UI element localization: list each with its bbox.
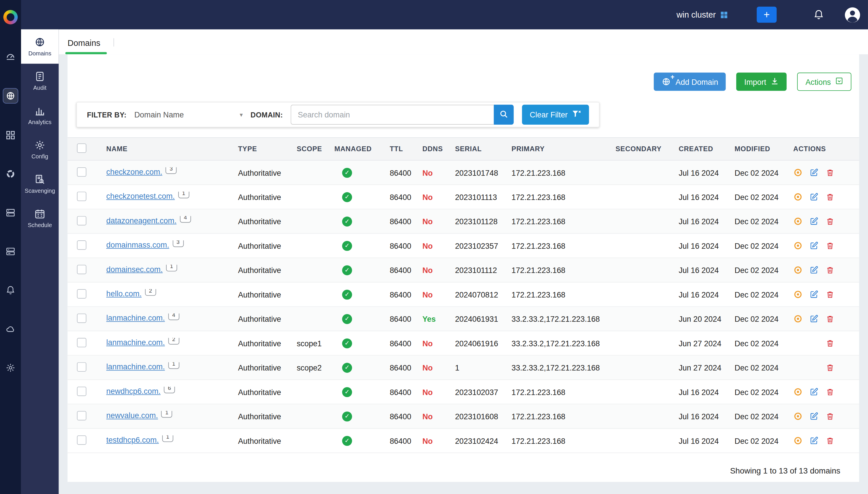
dns-module-icon[interactable] (3, 88, 18, 103)
row-checkbox[interactable] (77, 216, 86, 225)
domain-link[interactable]: datazoneagent.com. (106, 216, 177, 225)
disable-icon[interactable] (793, 192, 802, 202)
user-avatar[interactable] (844, 6, 861, 23)
serial-cell: 1 (449, 363, 505, 372)
sidebar-item-analytics[interactable]: Analytics (21, 98, 59, 132)
row-checkbox[interactable] (77, 240, 86, 250)
pagination-summary: Showing 1 to 13 of 13 domains (67, 466, 840, 475)
col-ttl: TTL (383, 145, 416, 153)
domain-link[interactable]: newvalue.com. (106, 411, 158, 420)
edit-icon[interactable] (809, 217, 818, 226)
action-placeholder (809, 363, 818, 372)
row-checkbox[interactable] (77, 265, 86, 274)
disable-icon[interactable] (793, 241, 802, 250)
delete-icon[interactable] (825, 314, 834, 323)
dashboard-gauge-icon[interactable] (3, 49, 18, 64)
table-row: lanmachine.com.1Authoritativescope2✓8640… (67, 356, 859, 380)
delete-icon[interactable] (825, 241, 834, 250)
domain-link[interactable]: testdhcp6.com. (106, 435, 159, 444)
disable-icon[interactable] (793, 168, 802, 177)
notifications-bell-icon[interactable] (813, 9, 824, 20)
row-checkbox[interactable] (77, 191, 86, 201)
edit-icon[interactable] (809, 168, 818, 177)
edit-icon[interactable] (809, 387, 818, 397)
edit-icon[interactable] (809, 265, 818, 274)
search-button[interactable] (494, 105, 514, 125)
managed-check-icon: ✓ (342, 363, 352, 373)
edit-icon[interactable] (809, 314, 818, 323)
row-checkbox[interactable] (77, 289, 86, 298)
sidebar-item-domains[interactable]: Domains (21, 30, 59, 64)
clear-filter-button[interactable]: Clear Filter (522, 105, 589, 125)
delete-icon[interactable] (825, 363, 834, 372)
sidebar-item-audit[interactable]: Audit (21, 64, 59, 98)
disable-icon[interactable] (793, 290, 802, 299)
content: + Add Domain Import Actions (59, 54, 868, 494)
record-count-badge: 3 (165, 167, 177, 174)
filter-by-select[interactable]: Domain Name ▾ (134, 110, 243, 119)
edit-icon[interactable] (809, 192, 818, 202)
row-checkbox[interactable] (77, 435, 86, 445)
delete-icon[interactable] (825, 339, 834, 348)
disable-icon[interactable] (793, 314, 802, 323)
sidebar-item-scavenging[interactable]: Scavenging (21, 167, 59, 201)
modified-cell: Dec 02 2024 (728, 217, 786, 226)
row-checkbox[interactable] (77, 314, 86, 323)
disable-icon[interactable] (793, 387, 802, 397)
notifications-bell-icon[interactable] (3, 283, 18, 298)
domain-link[interactable]: checkzonetest.com. (106, 192, 175, 201)
add-domain-button[interactable]: + Add Domain (654, 72, 726, 91)
analytics-donut-icon[interactable] (3, 167, 18, 181)
domain-link[interactable]: lanmachine.com. (106, 338, 165, 347)
delete-icon[interactable] (825, 412, 834, 421)
disable-icon[interactable] (793, 217, 802, 226)
tab-domains[interactable]: Domains (67, 38, 111, 54)
cloud-icon[interactable] (3, 322, 18, 336)
row-checkbox[interactable] (77, 167, 86, 176)
type-cell: Authoritative (231, 192, 290, 202)
delete-icon[interactable] (825, 192, 834, 202)
domain-link[interactable]: domainmass.com. (106, 240, 169, 249)
import-button[interactable]: Import (736, 72, 787, 91)
rail-icons (3, 49, 18, 476)
edit-icon[interactable] (809, 241, 818, 250)
quick-add-button[interactable]: + (757, 7, 776, 23)
domain-link[interactable]: newdhcp6.com. (106, 387, 161, 396)
domain-link[interactable]: domainsec.com. (106, 265, 163, 274)
delete-icon[interactable] (825, 265, 834, 274)
row-checkbox[interactable] (77, 362, 86, 372)
edit-icon[interactable] (809, 412, 818, 421)
table-row: newvalue.com.1Authoritative✓86400No20231… (67, 404, 859, 429)
managed-check-icon: ✓ (342, 387, 352, 397)
actions-button[interactable]: Actions (797, 72, 851, 91)
edit-icon[interactable] (809, 290, 818, 299)
ddns-cell: No (416, 339, 449, 348)
delete-icon[interactable] (825, 217, 834, 226)
sidebar-item-config[interactable]: Config (21, 132, 59, 167)
edit-icon[interactable] (809, 436, 818, 445)
settings-tools-icon[interactable] (3, 361, 18, 375)
server-export-icon[interactable] (3, 206, 18, 220)
disable-icon[interactable] (793, 412, 802, 421)
select-all-checkbox[interactable] (77, 144, 86, 153)
row-checkbox[interactable] (77, 411, 86, 420)
disable-icon[interactable] (793, 265, 802, 274)
sidebar-item-schedule[interactable]: Schedule (21, 201, 59, 235)
modules-grid-icon[interactable] (3, 128, 18, 142)
delete-icon[interactable] (825, 168, 834, 177)
search-input[interactable] (291, 105, 494, 125)
server-import-icon[interactable] (3, 244, 18, 259)
delete-icon[interactable] (825, 436, 834, 445)
row-checkbox[interactable] (77, 338, 86, 347)
domain-link[interactable]: lanmachine.com. (106, 314, 165, 322)
type-cell: Authoritative (231, 290, 290, 299)
cluster-grid-icon[interactable] (720, 11, 728, 18)
domain-link[interactable]: checkzone.com. (106, 167, 162, 176)
delete-icon[interactable] (825, 290, 834, 299)
domain-link[interactable]: lanmachine.com. (106, 362, 165, 371)
disable-icon[interactable] (793, 436, 802, 445)
domain-link[interactable]: hello.com. (106, 289, 142, 298)
delete-icon[interactable] (825, 387, 834, 397)
row-checkbox[interactable] (77, 386, 86, 396)
filter-by-value: Domain Name (134, 110, 184, 119)
